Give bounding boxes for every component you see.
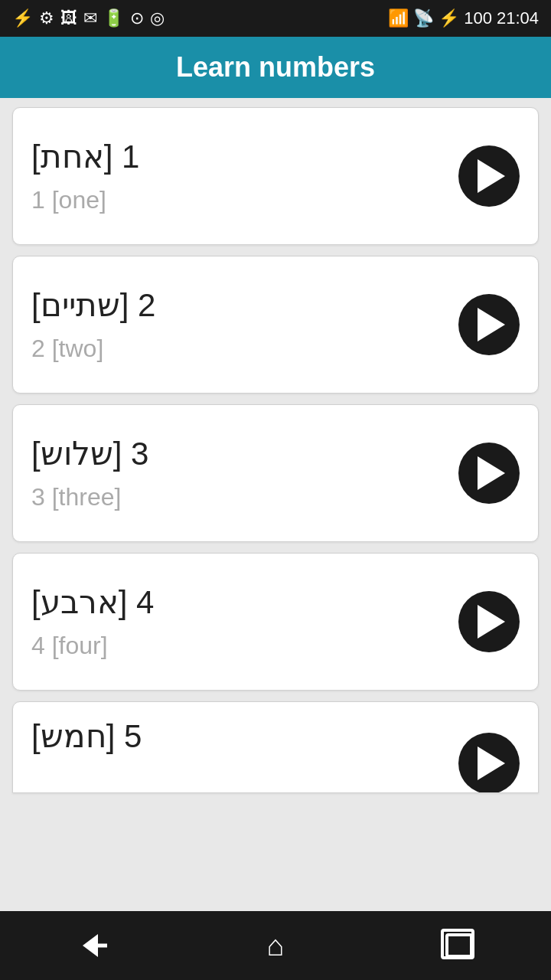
usb-icon: ⚙: [39, 8, 54, 28]
card-4-secondary: 4 [four]: [31, 632, 154, 660]
back-button[interactable]: [61, 923, 122, 969]
image-icon: 🖼: [60, 8, 77, 28]
page-title: Learn numbers: [176, 51, 375, 83]
recents-button[interactable]: [429, 923, 490, 969]
battery-icon: 🔋: [103, 8, 124, 28]
card-4-primary: 4 [ארבע]: [31, 583, 154, 621]
number-card-2[interactable]: 2 [שתיים] 2 [two]: [12, 256, 539, 394]
card-2-text: 2 [שתיים] 2 [two]: [31, 286, 155, 363]
card-1-primary: 1 [אחת]: [31, 138, 139, 175]
card-4-text: 4 [ארבע] 4 [four]: [31, 583, 154, 660]
play-button-2[interactable]: [458, 294, 520, 355]
card-1-secondary: 1 [one]: [31, 186, 139, 214]
circle-icon1: ⊙: [130, 8, 144, 28]
wifi-icon: 📶: [388, 8, 409, 28]
content-area: 1 [אחת] 1 [one] 2 [שתיים] 2 [two] 3 [שלו…: [0, 98, 551, 911]
card-5-text: 5 [חמש]: [31, 717, 142, 755]
charge-icon: ⚡: [439, 8, 459, 28]
status-bar-right: 📶 📡 ⚡ 100 21:04: [388, 8, 539, 28]
status-bar: ⚡ ⚙ 🖼 ✉ 🔋 ⊙ ◎ 📶 📡 ⚡ 100 21:04: [0, 0, 551, 37]
recents-icon: [445, 933, 473, 958]
time-display: 21:04: [497, 8, 539, 28]
card-2-secondary: 2 [two]: [31, 335, 155, 363]
bottom-navigation: ⌂: [0, 911, 551, 980]
card-3-text: 3 [שלוש] 3 [three]: [31, 435, 148, 511]
home-icon: ⌂: [267, 929, 285, 962]
back-icon: [77, 934, 107, 957]
email-icon: ✉: [83, 8, 97, 28]
signal-bars-icon: 📡: [413, 8, 434, 28]
card-3-primary: 3 [שלוש]: [31, 435, 148, 472]
card-1-text: 1 [אחת] 1 [one]: [31, 138, 139, 214]
card-5-primary: 5 [חמש]: [31, 717, 142, 755]
number-card-1[interactable]: 1 [אחת] 1 [one]: [12, 107, 539, 245]
card-3-secondary: 3 [three]: [31, 483, 148, 511]
card-2-primary: 2 [שתיים]: [31, 286, 155, 324]
play-icon-1: [478, 159, 505, 193]
play-icon-4: [478, 605, 505, 639]
number-card-3[interactable]: 3 [שלוש] 3 [three]: [12, 404, 539, 542]
play-button-1[interactable]: [458, 145, 520, 207]
play-button-4[interactable]: [458, 591, 520, 652]
home-button[interactable]: ⌂: [245, 923, 306, 969]
signal-icon: ⚡: [12, 8, 33, 28]
status-bar-left: ⚡ ⚙ 🖼 ✉ 🔋 ⊙ ◎: [12, 8, 165, 28]
play-icon-2: [478, 308, 505, 341]
play-icon-3: [478, 456, 505, 490]
play-button-3[interactable]: [458, 443, 520, 504]
play-icon-5: [478, 746, 505, 780]
app-header: Learn numbers: [0, 37, 551, 98]
number-card-4[interactable]: 4 [ארבע] 4 [four]: [12, 553, 539, 691]
play-button-5[interactable]: [458, 733, 520, 793]
battery-level: 100: [464, 8, 492, 28]
circle-icon2: ◎: [150, 8, 165, 28]
number-card-5[interactable]: 5 [חמש]: [12, 701, 539, 793]
